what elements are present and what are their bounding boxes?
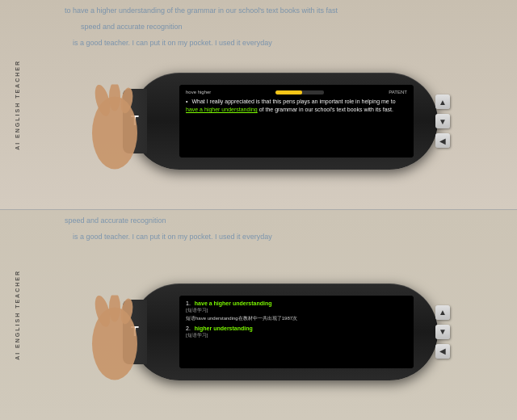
screen-item-1: 1. have a higher understanding [短语学习] 短语… bbox=[186, 300, 407, 322]
item1-desc: 短语have understanding在教材中一共出现了1987次 bbox=[186, 315, 407, 322]
body-highlight: have a higher understanding bbox=[186, 107, 258, 112]
hw-line-2: speed and accurate recognition bbox=[81, 23, 183, 31]
btn-back-bottom[interactable]: ◀ bbox=[435, 344, 450, 359]
screen-body-top: • What I really appreciated is that this… bbox=[186, 98, 407, 114]
top-device-screen: hove higher PATENT • What I really appre… bbox=[179, 85, 414, 158]
hw-line-1: to have a higher understanding of the gr… bbox=[65, 6, 338, 15]
screen-item-2: 2. higher understanding [短语学习] bbox=[186, 326, 407, 339]
up-arrow-icon-bottom: ▲ bbox=[439, 308, 447, 317]
item2-tag: [短语学习] bbox=[186, 332, 407, 339]
header-right: PATENT bbox=[389, 90, 407, 94]
top-half: to have a higher understanding of the gr… bbox=[0, 0, 517, 210]
btn-up[interactable]: ▲ bbox=[435, 94, 450, 109]
progress-bar bbox=[275, 90, 324, 94]
item1-tag: [短语学习] bbox=[186, 307, 407, 314]
header-left: hove higher bbox=[186, 90, 211, 94]
progress-fill bbox=[275, 90, 302, 94]
bottom-hw-line-1: speed and accurate recognition bbox=[65, 216, 166, 225]
item1-num: 1. bbox=[186, 300, 191, 306]
bottom-side-label: AI ENGLISH TEACHER bbox=[15, 270, 20, 360]
bullet-icon: • bbox=[186, 99, 187, 104]
right-buttons-top: ▲ ▼ ◀ bbox=[435, 94, 450, 148]
bottom-hw-line-2: is a good teacher. I can put it on my po… bbox=[73, 233, 272, 241]
item2-num: 2. bbox=[186, 326, 191, 331]
up-arrow-icon: ▲ bbox=[439, 98, 447, 107]
hw-line-3: is a good teacher. I can put it on my po… bbox=[73, 39, 272, 47]
item1-title: have a higher understanding bbox=[195, 300, 272, 306]
right-buttons-bottom: ▲ ▼ ◀ bbox=[435, 305, 450, 359]
bottom-device-wrapper: T 1. have a higher understanding [短语学习] … bbox=[131, 284, 438, 380]
bottom-screen-content: 1. have a higher understanding [短语学习] 短语… bbox=[179, 296, 414, 368]
btn-up-bottom[interactable]: ▲ bbox=[435, 305, 450, 320]
bottom-device-screen: 1. have a higher understanding [短语学习] 短语… bbox=[179, 296, 414, 368]
item2-title: higher understanding bbox=[195, 326, 253, 331]
hand-left-bottom bbox=[86, 295, 143, 387]
btn-down-bottom[interactable]: ▼ bbox=[435, 325, 450, 339]
top-device-wrapper: T hove higher PATENT bbox=[131, 73, 438, 170]
back-arrow-icon-bottom: ◀ bbox=[439, 346, 446, 355]
top-screen-content: hove higher PATENT • What I really appre… bbox=[179, 85, 414, 158]
bottom-half: speed and accurate recognition is a good… bbox=[0, 210, 517, 420]
back-arrow-icon: ◀ bbox=[439, 136, 446, 145]
top-device: T hove higher PATENT bbox=[131, 73, 438, 170]
hand-left-top bbox=[86, 85, 143, 177]
bottom-device: T 1. have a higher understanding [短语学习] … bbox=[131, 284, 438, 380]
down-arrow-icon: ▼ bbox=[439, 117, 447, 126]
btn-down[interactable]: ▼ bbox=[435, 114, 450, 128]
down-arrow-icon-bottom: ▼ bbox=[439, 327, 447, 336]
body-text-after: of the grammar in our school's text book… bbox=[259, 107, 393, 112]
top-side-label: AI ENGLISH TEACHER bbox=[15, 60, 20, 150]
btn-back[interactable]: ◀ bbox=[435, 133, 450, 148]
screen-header-top: hove higher PATENT bbox=[186, 90, 407, 94]
main-container: to have a higher understanding of the gr… bbox=[0, 0, 517, 420]
body-text-before: What I really appreciated is that this p… bbox=[191, 99, 395, 104]
